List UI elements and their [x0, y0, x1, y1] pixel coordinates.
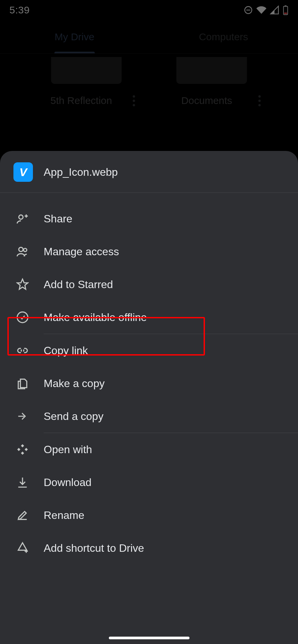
menu-item-make-copy[interactable]: Make a copy	[0, 367, 298, 400]
link-icon	[15, 343, 30, 358]
svg-point-5	[19, 215, 23, 219]
svg-point-7	[24, 249, 27, 252]
menu-label: Make available offline	[44, 311, 147, 324]
menu-item-manage-access[interactable]: Manage access	[0, 235, 298, 268]
menu-label: Copy link	[44, 344, 88, 357]
bottom-sheet: V App_Icon.webp Share Manage access Add …	[0, 151, 298, 644]
menu-label: Make a copy	[44, 377, 104, 390]
file-icon-letter: V	[19, 166, 27, 179]
sheet-file-name: App_Icon.webp	[44, 166, 118, 178]
download-icon	[15, 475, 30, 489]
sheet-header: V App_Icon.webp	[0, 151, 298, 193]
add-shortcut-icon	[15, 541, 30, 555]
open-with-icon	[15, 442, 30, 457]
copy-icon	[15, 376, 30, 390]
menu-item-copy-link[interactable]: Copy link	[0, 334, 298, 367]
file-type-icon: V	[13, 162, 33, 182]
menu-label: Open with	[44, 443, 92, 456]
menu-label: Share	[44, 213, 72, 225]
svg-point-8	[17, 312, 28, 323]
share-icon	[15, 212, 30, 226]
svg-point-6	[19, 247, 23, 252]
menu-label: Send a copy	[44, 410, 103, 423]
menu-list: Share Manage access Add to Starred Make …	[0, 193, 298, 565]
menu-label: Add shortcut to Drive	[44, 542, 144, 554]
menu-item-share[interactable]: Share	[0, 202, 298, 235]
menu-item-make-available-offline[interactable]: Make available offline	[0, 301, 298, 334]
menu-label: Download	[44, 476, 91, 489]
offline-icon	[15, 310, 30, 324]
menu-label: Add to Starred	[44, 278, 113, 291]
star-icon	[15, 277, 30, 291]
menu-label: Rename	[44, 509, 84, 522]
menu-label: Manage access	[44, 246, 119, 258]
menu-item-download[interactable]: Download	[0, 466, 298, 499]
menu-item-add-shortcut[interactable]: Add shortcut to Drive	[0, 532, 298, 565]
menu-item-send-copy[interactable]: Send a copy	[0, 400, 298, 433]
send-icon	[15, 409, 30, 423]
people-icon	[15, 245, 30, 259]
rename-icon	[15, 508, 30, 522]
menu-item-add-starred[interactable]: Add to Starred	[0, 268, 298, 301]
menu-item-rename[interactable]: Rename	[0, 499, 298, 532]
nav-pill[interactable]	[109, 637, 189, 639]
menu-item-open-with[interactable]: Open with	[0, 433, 298, 466]
